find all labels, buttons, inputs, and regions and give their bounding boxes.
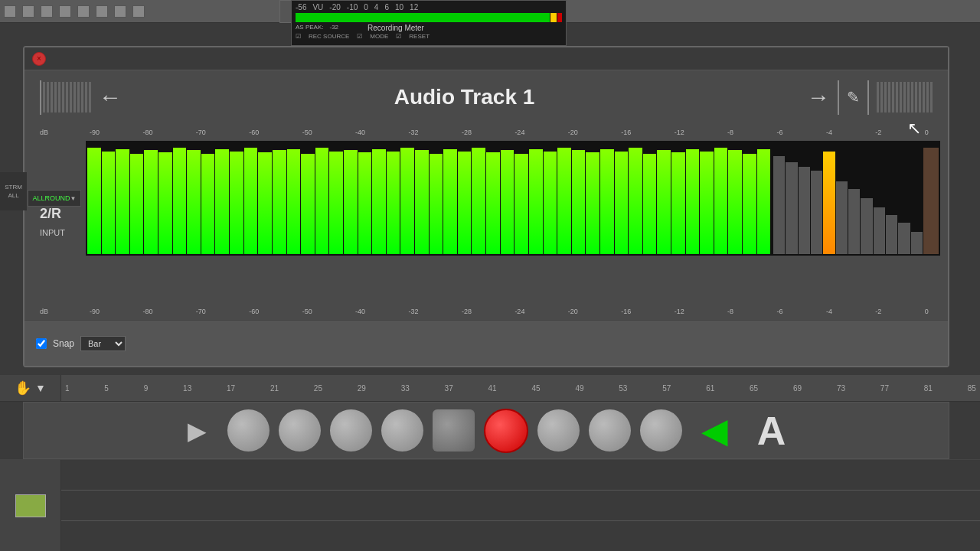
top-bar-btn-4[interactable] [59,5,71,18]
bar40 [643,154,657,254]
top-bar-btn-8[interactable] [132,5,145,18]
bar13 [258,152,272,254]
bar28 [472,148,485,254]
top-bar-btn-1[interactable] [4,5,16,18]
rec-source-checkbox[interactable]: ☑ [296,33,301,40]
transport-btn-1[interactable] [227,409,270,452]
snap-section: Snap Bar Beat Tick None [36,336,126,351]
s-16: -16 [621,129,631,136]
stripe9 [74,82,76,112]
dialog-header: ← Audio Track 1 → ✎ [24,70,948,124]
mode-checkbox[interactable]: ☑ [357,33,362,40]
stripe10 [77,82,80,112]
stripe11 [81,82,83,112]
rstripe13 [923,82,925,112]
stripe8 [70,82,72,112]
rstripe4 [888,82,890,112]
rm12 [911,232,923,254]
bar29 [486,152,500,254]
sb-16: -16 [621,308,631,315]
top-bar-btn-6[interactable] [96,5,108,18]
transport-btn-4[interactable] [381,409,423,452]
nav-right-arrow[interactable]: → [807,84,830,110]
bar9 [201,154,215,254]
right-meters [772,141,940,256]
bar12 [244,148,258,254]
bar14 [273,150,286,254]
mark-17: 17 [227,384,235,393]
transport-btn-6[interactable] [589,409,631,452]
mark-25: 25 [314,384,322,393]
mark-1: 1 [65,384,70,393]
scale-bottom-labels: -90 -80 -70 -60 -50 -40 -32 -28 -24 -20 … [86,308,933,315]
transport-btn-2[interactable] [279,409,321,452]
rm-brown [923,148,939,254]
bar2 [102,152,116,254]
vu-10: 10 [395,3,403,11]
bar30 [501,150,514,254]
reset-checkbox[interactable]: ☑ [396,33,401,40]
sb-40: -40 [355,308,365,315]
rm8 [861,198,872,254]
top-bar-btn-3[interactable] [41,5,53,18]
vu-recording-meter-label: Recording Meter [368,24,424,32]
sb-70: -70 [196,308,206,315]
transport-btn-7[interactable] [640,409,682,452]
scroll-down-icon[interactable]: ▼ [35,382,46,394]
snap-dropdown[interactable]: Bar Beat Tick None [80,336,126,351]
track-channel-label: 2/R [40,206,86,222]
bar8 [187,150,201,254]
rec-source-label: REC SOURCE [309,33,349,40]
stripe12 [85,82,87,112]
rstripe3 [884,82,887,112]
bar18 [329,152,343,254]
bar42 [671,152,685,254]
a-button[interactable]: A [746,406,796,455]
top-bar-btn-7[interactable] [114,5,126,18]
bar4 [130,154,144,254]
vu-4: 4 [374,3,379,11]
db-top-label: dB [40,129,86,136]
top-bar-btn-2[interactable] [22,5,34,18]
allround-dropdown[interactable]: ALLROUND ▼ [28,190,81,207]
bar17 [315,148,329,254]
vu-meter-panel: -56 VU -20 -10 0 4 6 10 12 AS PEAK: -32 … [291,0,567,46]
vu-label: VU [312,3,323,11]
close-button[interactable]: × [32,52,46,66]
hand-tool-icon[interactable]: ✋ [15,380,31,396]
snap-checkbox[interactable] [36,338,47,349]
right-stripe-group [877,82,933,112]
dialog-bottom-controls: Snap Bar Beat Tick None [24,320,948,366]
sb-24: -24 [514,308,524,315]
rm3 [799,167,810,254]
stop-button[interactable] [433,409,475,452]
right-nav: → ✎ [807,80,933,115]
track-color-block [15,494,46,517]
rm2 [786,162,797,254]
play-button[interactable]: ▶ [176,409,218,452]
bar31 [514,154,528,254]
top-bar-btn-5[interactable] [77,5,90,18]
go-back-button[interactable]: ◀ [691,408,737,454]
bar36 [586,152,599,254]
left-bar [40,80,41,115]
rstripe12 [919,82,921,112]
sb-28: -28 [462,308,472,315]
mark-5: 5 [104,384,109,393]
record-button[interactable] [484,409,528,453]
mark-33: 33 [401,384,410,393]
bar45 [714,148,728,254]
pencil-icon[interactable]: ✎ [847,88,860,106]
stripe6 [62,82,64,112]
bar39 [629,148,642,254]
s-40: -40 [355,129,365,136]
bar37 [600,149,614,254]
dialog-titlebar: × [24,47,948,70]
transport-btn-3[interactable] [330,409,372,452]
reset-label: RESET [409,33,430,40]
bar33 [544,152,557,254]
vu-peak-label: AS PEAK: [296,24,323,32]
nav-left-arrow[interactable]: ← [99,84,122,110]
rstripe8 [903,82,906,112]
transport-btn-5[interactable] [537,409,580,452]
